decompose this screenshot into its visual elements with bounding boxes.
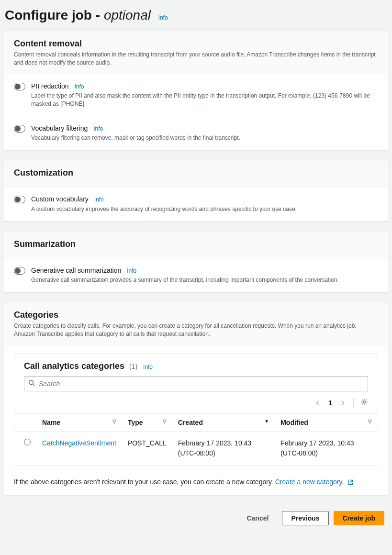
summarization-title: Summarization [14, 239, 378, 249]
col-name[interactable]: Name [36, 413, 122, 431]
gen-summary-toggle[interactable] [14, 267, 25, 275]
title-sep: - [92, 8, 104, 22]
cancel-button[interactable]: Cancel [238, 511, 277, 525]
gen-summary-info-link[interactable]: Info [127, 267, 136, 274]
custom-vocab-label: Custom vocabulary Info [31, 195, 378, 204]
svg-point-2 [363, 401, 365, 403]
vocab-filter-label-text: Vocabulary filtering [31, 124, 88, 132]
col-name-label: Name [42, 419, 60, 426]
svg-point-0 [29, 380, 34, 385]
vocab-filter-description: Vocabulary filtering can remove, mask or… [31, 134, 378, 142]
content-removal-title: Content removal [14, 39, 378, 49]
page-title: Configure job - optional Info [5, 8, 388, 23]
pii-redaction-description: Label the type of PII and also mask the … [31, 92, 378, 108]
category-name-link[interactable]: CatchNegativeSentiment [42, 439, 116, 447]
settings-button[interactable] [360, 399, 368, 407]
content-removal-panel: Content removal Content removal conceals… [4, 31, 388, 150]
col-radio [14, 413, 36, 431]
pii-redaction-label: PII redaction Info [31, 82, 378, 91]
page-next-button[interactable] [339, 399, 347, 407]
gen-summary-label: Generative call summarization Info [31, 266, 378, 276]
title-optional: optional [104, 8, 151, 22]
page-prev-button[interactable] [314, 399, 322, 407]
col-modified-label: Modified [280, 419, 308, 426]
gear-icon [360, 398, 368, 407]
pii-redaction-toggle[interactable] [14, 83, 25, 90]
create-category-link-text: Create a new category. [275, 478, 344, 486]
col-created-label: Created [178, 419, 203, 426]
panel-header: Categories Create categories to classify… [4, 302, 388, 345]
create-category-link[interactable]: Create a new category. [275, 478, 354, 486]
pii-info-link[interactable]: Info [75, 83, 84, 90]
previous-button[interactable]: Previous [282, 511, 328, 525]
pager-separator [353, 398, 354, 408]
sort-caret-icon [112, 419, 116, 424]
gen-summary-label-text: Generative call summarization [31, 266, 121, 274]
vocab-filter-row: Vocabulary filtering Info Vocabulary fil… [4, 116, 388, 150]
call-analytics-title: Call analytics categories [24, 361, 124, 371]
summarization-panel: Summarization Generative call summarizat… [4, 231, 388, 292]
col-type[interactable]: Type [122, 413, 172, 431]
sort-caret-active-icon [264, 419, 269, 424]
categories-title: Categories [14, 310, 378, 320]
custom-vocab-toggle[interactable] [14, 196, 25, 203]
page-info-link[interactable]: Info [158, 14, 168, 21]
call-analytics-container: Call analytics categories (1) Info 1 [14, 353, 378, 466]
gen-summary-description: Generative call summarization provides a… [31, 276, 378, 284]
vocab-filter-info-link[interactable]: Info [93, 125, 103, 132]
row-radio[interactable] [24, 439, 31, 445]
col-created[interactable]: Created [172, 413, 275, 431]
search-box [24, 376, 368, 391]
panel-header: Summarization [4, 232, 388, 258]
search-icon [28, 379, 35, 388]
sort-caret-icon [163, 419, 167, 424]
category-type: POST_CALL [122, 431, 172, 465]
col-type-label: Type [128, 419, 143, 426]
content-removal-description: Content removal conceals information in … [14, 51, 378, 67]
vocab-filter-label: Vocabulary filtering Info [31, 124, 378, 133]
categories-table: Name Type Created Modified [14, 413, 378, 465]
custom-vocab-info-link[interactable]: Info [94, 196, 104, 203]
category-modified: February 17 2023, 10:43 (UTC-08:00) [275, 431, 378, 465]
panel-header: Content removal Content removal conceals… [4, 31, 388, 74]
sort-caret-icon [368, 419, 372, 424]
svg-line-1 [33, 384, 35, 386]
title-main: Configure job [5, 8, 92, 22]
pii-redaction-row: PII redaction Info Label the type of PII… [4, 74, 388, 116]
col-modified[interactable]: Modified [275, 413, 378, 431]
category-created: February 17 2023, 10:43 (UTC-08:00) [172, 431, 275, 465]
vocab-filter-toggle[interactable] [14, 125, 25, 133]
inner-header: Call analytics categories (1) Info [14, 354, 378, 376]
table-row: CatchNegativeSentiment POST_CALL Februar… [14, 431, 378, 465]
call-analytics-info-link[interactable]: Info [143, 364, 153, 370]
external-link-icon [347, 479, 353, 487]
categories-panel: Categories Create categories to classify… [4, 302, 388, 496]
wizard-actions: Cancel Previous Create job [4, 505, 388, 531]
custom-vocab-description: A custom vocabulary improves the accurac… [31, 205, 378, 213]
page-number: 1 [328, 399, 332, 407]
categories-footer-text: If the above categories aren't relevant … [14, 478, 275, 486]
pii-redaction-label-text: PII redaction [31, 82, 69, 90]
search-input[interactable] [39, 380, 364, 388]
pagination: 1 [14, 396, 378, 413]
panel-header: Customization [4, 160, 388, 187]
categories-description: Create categories to classify calls. For… [14, 322, 378, 338]
customization-panel: Customization Custom vocabulary Info A c… [4, 160, 388, 221]
custom-vocab-row: Custom vocabulary Info A custom vocabula… [4, 187, 388, 221]
call-analytics-count: (1) [129, 363, 137, 370]
create-job-button[interactable]: Create job [334, 511, 384, 525]
customization-title: Customization [14, 168, 378, 178]
categories-footer: If the above categories aren't relevant … [4, 472, 388, 495]
custom-vocab-label-text: Custom vocabulary [31, 195, 89, 203]
gen-summary-row: Generative call summarization Info Gener… [4, 258, 388, 292]
